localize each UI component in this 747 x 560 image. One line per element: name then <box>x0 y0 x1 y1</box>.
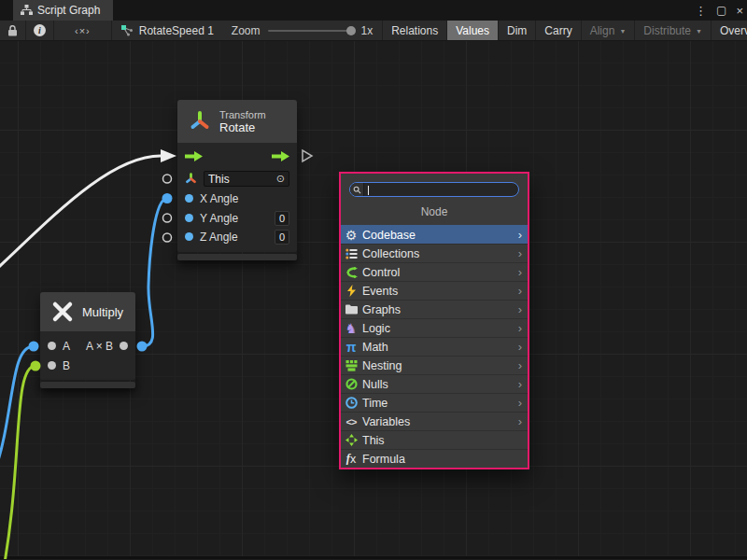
finder-search-box[interactable] <box>349 182 519 197</box>
y-angle-port-row[interactable]: Y Angle 0 <box>177 208 297 228</box>
y-angle-value-field[interactable]: 0 <box>275 211 289 226</box>
this-port-row[interactable]: This ⊙ <box>177 169 297 189</box>
logic-knight-icon: ♞ <box>344 321 359 336</box>
finder-item-control[interactable]: Control › <box>341 262 528 281</box>
x-angle-port-icon[interactable] <box>185 194 193 203</box>
zoom-value: 1x <box>361 24 374 37</box>
this-object-field[interactable]: This ⊙ <box>204 171 289 187</box>
z-angle-port-stub[interactable] <box>163 233 172 242</box>
finder-item-graphs[interactable]: Graphs › <box>341 300 528 318</box>
zoom-slider-handle[interactable] <box>346 26 356 35</box>
item-label: Collections <box>362 247 514 260</box>
transform-node-body: This ⊙ X Angle Y Angle 0 Z Angle 0 <box>177 143 297 252</box>
transform-node-header[interactable]: Transform Rotate <box>177 100 297 143</box>
node-title-label: Rotate <box>219 120 266 134</box>
distribute-button[interactable]: Distribute ▼ <box>635 21 712 40</box>
overview-button[interactable]: Overview <box>712 21 747 40</box>
relations-label: Relations <box>391 24 438 37</box>
y-angle-port-icon[interactable] <box>185 214 193 222</box>
finder-item-logic[interactable]: ♞ Logic › <box>341 318 528 337</box>
dim-button[interactable]: Dim <box>499 21 536 40</box>
multiply-title-label: Multiply <box>82 305 123 319</box>
finder-item-this[interactable]: This <box>341 430 528 449</box>
a-input-wire[interactable] <box>0 346 34 472</box>
window-menu-icon[interactable]: ⋮ <box>695 4 707 18</box>
b-port-row[interactable]: B <box>40 356 135 375</box>
multiply-a-stub[interactable] <box>29 342 39 352</box>
graphs-folder-icon <box>344 302 359 317</box>
window-bottom-edge <box>0 556 747 559</box>
values-label: Values <box>456 24 489 37</box>
a-input-port-icon[interactable] <box>48 342 56 350</box>
flow-output-arrow-icon[interactable] <box>272 151 289 161</box>
finder-item-nulls[interactable]: Nulls › <box>341 374 528 393</box>
graph-breadcrumb-button[interactable]: RotateSpeed 1 <box>112 21 222 40</box>
graph-canvas[interactable]: Transform Rotate <box>0 41 747 559</box>
finder-item-time[interactable]: Time › <box>341 393 528 412</box>
multiply-b-stub[interactable] <box>31 361 41 371</box>
dim-label: Dim <box>507 24 527 37</box>
variables-brackets-icon: <> <box>344 414 359 429</box>
align-label: Align <box>590 24 615 37</box>
text-caret <box>368 186 369 195</box>
object-picker-icon[interactable]: ⊙ <box>276 173 285 185</box>
transform-axes-icon <box>189 110 211 133</box>
time-clock-icon <box>344 396 359 411</box>
relations-button[interactable]: Relations <box>383 21 447 40</box>
item-label: Nulls <box>362 378 514 391</box>
item-label: Codebase <box>362 229 514 242</box>
zoom-slider[interactable] <box>268 30 354 32</box>
finder-item-math[interactable]: π Math › <box>341 337 528 356</box>
a-port-row[interactable]: A A × B <box>40 336 135 356</box>
this-port-stub[interactable] <box>163 175 172 183</box>
finder-item-codebase[interactable]: ⚙ Codebase › <box>341 225 528 244</box>
y-angle-port-stub[interactable] <box>163 214 172 222</box>
multiply-node-header[interactable]: Multiply <box>40 292 135 331</box>
finder-search-input[interactable] <box>364 183 518 196</box>
chevron-right-icon: › <box>518 302 524 316</box>
multiply-to-xangle-wire[interactable] <box>142 199 167 347</box>
values-button[interactable]: Values <box>447 21 499 40</box>
flow-wire[interactable] <box>0 156 161 276</box>
carry-button[interactable]: Carry <box>536 21 581 40</box>
align-button[interactable]: Align ▼ <box>582 21 636 40</box>
fuzzy-finder-popup: Node ⚙ Codebase › Collections <box>339 172 529 469</box>
finder-item-variables[interactable]: <> Variables › <box>341 412 528 430</box>
b-input-wire[interactable] <box>0 366 35 559</box>
multiply-output-stub[interactable] <box>137 342 148 352</box>
z-angle-port-row[interactable]: Z Angle 0 <box>177 228 297 247</box>
tab-script-graph[interactable]: Script Graph <box>13 0 113 21</box>
b-input-port-icon[interactable] <box>48 361 56 370</box>
code-brackets-icon: ‹×› <box>75 25 91 36</box>
result-output-port-icon[interactable] <box>120 342 128 350</box>
chevron-right-icon: › <box>518 265 524 279</box>
flow-wire-arrowhead <box>161 149 176 162</box>
info-button[interactable]: i <box>26 21 54 40</box>
flow-input-arrow-icon[interactable] <box>185 151 203 161</box>
window-maximize-icon[interactable]: ▢ <box>716 4 726 17</box>
chevron-right-icon: › <box>518 358 524 372</box>
edit-script-button[interactable]: ‹×› <box>54 21 112 40</box>
finder-item-formula[interactable]: fx Formula <box>341 449 528 468</box>
chevron-right-icon: › <box>518 246 524 260</box>
finder-item-collections[interactable]: Collections › <box>341 244 528 262</box>
transform-node-footer <box>177 254 297 260</box>
item-label: This <box>362 434 524 447</box>
finder-item-events[interactable]: Events › <box>341 281 528 300</box>
x-angle-port-row[interactable]: X Angle <box>177 189 297 208</box>
zoom-label: Zoom <box>232 24 261 37</box>
lock-button[interactable] <box>0 21 26 40</box>
lock-icon <box>7 25 18 36</box>
window-close-icon[interactable]: × <box>736 4 743 18</box>
distribute-dropdown-icon: ▼ <box>696 28 702 35</box>
multiply-node[interactable]: Multiply A A × B B <box>40 292 135 388</box>
flow-output-stub[interactable] <box>303 150 312 161</box>
z-angle-port-icon[interactable] <box>185 232 193 241</box>
finder-item-nesting[interactable]: Nesting › <box>341 356 528 374</box>
codebase-gear-icon: ⚙ <box>344 228 359 243</box>
item-label: Math <box>362 341 514 354</box>
graph-hierarchy-icon <box>21 5 33 16</box>
x-angle-port-stub[interactable] <box>162 193 173 203</box>
z-angle-value-field[interactable]: 0 <box>275 230 289 245</box>
transform-rotate-node[interactable]: Transform Rotate <box>177 100 297 260</box>
